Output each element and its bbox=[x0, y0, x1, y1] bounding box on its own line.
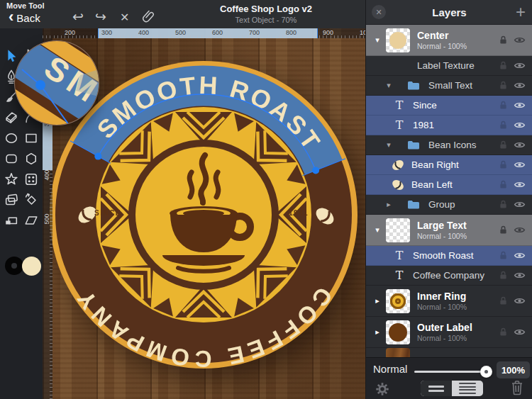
rectangle-tool-icon[interactable] bbox=[21, 130, 41, 146]
transform-tool-icon[interactable] bbox=[21, 192, 41, 208]
layer-thumbnail[interactable] bbox=[386, 320, 410, 344]
visibility-icon[interactable] bbox=[514, 271, 526, 279]
lock-icon[interactable] bbox=[499, 81, 507, 90]
detailed-list-segment[interactable] bbox=[452, 381, 483, 396]
disclosure-closed-icon[interactable]: ▸ bbox=[383, 200, 394, 209]
disclosure-closed-icon[interactable]: ▸ bbox=[372, 296, 383, 305]
panel-close-icon[interactable]: ✕ bbox=[372, 5, 386, 19]
visibility-icon[interactable] bbox=[514, 141, 526, 149]
back-chevron-icon: ‹ bbox=[9, 12, 13, 22]
visibility-icon[interactable] bbox=[514, 297, 526, 305]
eraser-tool-icon[interactable] bbox=[1, 110, 21, 125]
visibility-icon[interactable] bbox=[514, 82, 526, 89]
lock-icon[interactable] bbox=[499, 35, 507, 45]
lock-icon[interactable] bbox=[499, 200, 507, 209]
layer-row-bean-left[interactable]: Bean Left bbox=[366, 175, 532, 195]
ruler-label: 200 bbox=[65, 29, 75, 36]
layer-row-bean-icons-group[interactable]: ▾ Bean Icons bbox=[366, 135, 532, 155]
settings-gear-icon[interactable] bbox=[375, 381, 390, 399]
lock-icon[interactable] bbox=[499, 225, 507, 235]
selection-handle-right[interactable] bbox=[312, 167, 319, 174]
layer-row-since[interactable]: T Since bbox=[366, 96, 532, 116]
layer-row-inner-ring[interactable]: ▸ Inner RingNormal - 100% bbox=[366, 286, 532, 317]
ellipse-tool-icon[interactable] bbox=[1, 130, 21, 146]
list-style-segmented-control[interactable] bbox=[421, 381, 483, 396]
shapes-palette-icon[interactable] bbox=[21, 172, 41, 187]
attachment-icon[interactable] bbox=[141, 9, 156, 26]
layer-thumbnail[interactable] bbox=[386, 289, 410, 313]
visibility-icon[interactable] bbox=[514, 101, 526, 109]
layer-blend-info: Normal - 100% bbox=[417, 303, 499, 311]
text-layer-icon: T bbox=[393, 118, 406, 132]
layer-row-center[interactable]: ▾ CenterNormal - 100% bbox=[366, 25, 532, 56]
opacity-slider-knob[interactable] bbox=[480, 366, 492, 378]
disclosure-closed-icon[interactable]: ▸ bbox=[372, 327, 383, 337]
layer-row-coffee-company[interactable]: T Coffee Company bbox=[366, 266, 532, 286]
horizontal-ruler: 200 300 400 500 600 700 800 900 1000 bbox=[43, 28, 365, 38]
ruler-label: 600 bbox=[212, 29, 223, 36]
redo-icon[interactable]: ↪ bbox=[95, 10, 106, 23]
lock-icon[interactable] bbox=[499, 180, 507, 189]
fill-color-well[interactable] bbox=[22, 257, 41, 276]
move-tool-icon[interactable] bbox=[1, 48, 21, 64]
visibility-icon[interactable] bbox=[514, 121, 526, 129]
opacity-value-button[interactable]: 100% bbox=[497, 361, 530, 378]
logo-since-text[interactable]: SINCE bbox=[94, 209, 121, 217]
visibility-icon[interactable] bbox=[514, 252, 526, 259]
rounded-rectangle-tool-icon[interactable] bbox=[1, 151, 21, 167]
undo-icon[interactable]: ↩ bbox=[72, 10, 84, 23]
ruler-label: 300 bbox=[101, 29, 112, 36]
layer-thumbnail[interactable] bbox=[386, 348, 410, 357]
layer-name: Bean Right bbox=[411, 159, 459, 170]
lock-icon[interactable] bbox=[499, 140, 507, 150]
visibility-icon[interactable] bbox=[514, 36, 526, 44]
compact-list-segment[interactable] bbox=[421, 381, 452, 396]
close-icon[interactable]: ✕ bbox=[120, 11, 129, 24]
logo-year-text[interactable]: 1981 bbox=[289, 209, 309, 217]
selection-handle-left[interactable] bbox=[94, 153, 101, 160]
opacity-slider[interactable] bbox=[414, 371, 489, 373]
parallelogram-tool-icon[interactable] bbox=[21, 213, 41, 228]
layer-thumbnail[interactable] bbox=[386, 218, 410, 242]
lock-icon[interactable] bbox=[499, 296, 507, 305]
layer-row-1981[interactable]: T 1981 bbox=[366, 116, 532, 135]
disclosure-open-icon[interactable]: ▾ bbox=[372, 35, 383, 45]
visibility-icon[interactable] bbox=[514, 161, 526, 169]
layer-row-large-text[interactable]: ▾ Large TextNormal - 100% bbox=[366, 215, 532, 246]
disclosure-open-icon[interactable]: ▾ bbox=[383, 81, 394, 90]
layer-row-smooth-roast[interactable]: T Smooth Roast bbox=[366, 246, 532, 266]
blend-mode-selector[interactable]: Normal bbox=[373, 363, 407, 375]
layer-row-bean-right[interactable]: Bean Right bbox=[366, 155, 532, 175]
lock-icon[interactable] bbox=[499, 61, 507, 70]
layer-row-partial[interactable] bbox=[366, 348, 532, 357]
visibility-icon[interactable] bbox=[514, 328, 526, 336]
panel-title: Layers bbox=[432, 6, 466, 18]
layer-row-outer-label[interactable]: ▸ Outer LabelNormal - 100% bbox=[366, 317, 532, 348]
visibility-icon[interactable] bbox=[514, 201, 526, 208]
visibility-icon[interactable] bbox=[514, 226, 526, 234]
ruler-label: 400 bbox=[138, 29, 149, 36]
disclosure-open-icon[interactable]: ▾ bbox=[383, 140, 394, 150]
lock-icon[interactable] bbox=[499, 101, 507, 110]
hexagon-tool-icon[interactable] bbox=[21, 151, 41, 167]
back-button[interactable]: ‹Back bbox=[9, 12, 40, 24]
layer-thumbnail[interactable] bbox=[386, 28, 410, 52]
lock-icon[interactable] bbox=[499, 327, 507, 337]
visibility-icon[interactable] bbox=[514, 62, 526, 69]
folder-icon bbox=[406, 80, 421, 91]
lock-icon[interactable] bbox=[499, 271, 507, 280]
lock-icon[interactable] bbox=[499, 251, 507, 260]
lock-icon[interactable] bbox=[499, 120, 507, 130]
photos-icon[interactable] bbox=[1, 192, 21, 208]
visibility-icon[interactable] bbox=[514, 181, 526, 189]
star-tool-icon[interactable] bbox=[1, 172, 21, 187]
lock-icon[interactable] bbox=[499, 160, 507, 169]
crop-tool-icon[interactable] bbox=[1, 213, 21, 228]
layer-row-group[interactable]: ▸ Group bbox=[366, 195, 532, 215]
trash-icon[interactable] bbox=[510, 380, 524, 398]
disclosure-open-icon[interactable]: ▾ bbox=[372, 225, 383, 235]
stroke-color-well[interactable] bbox=[5, 257, 23, 275]
layer-row-label-texture[interactable]: Label Texture bbox=[366, 56, 532, 76]
layer-row-small-text-group[interactable]: ▾ Small Text bbox=[366, 76, 532, 96]
add-layer-icon[interactable]: + bbox=[516, 2, 526, 22]
